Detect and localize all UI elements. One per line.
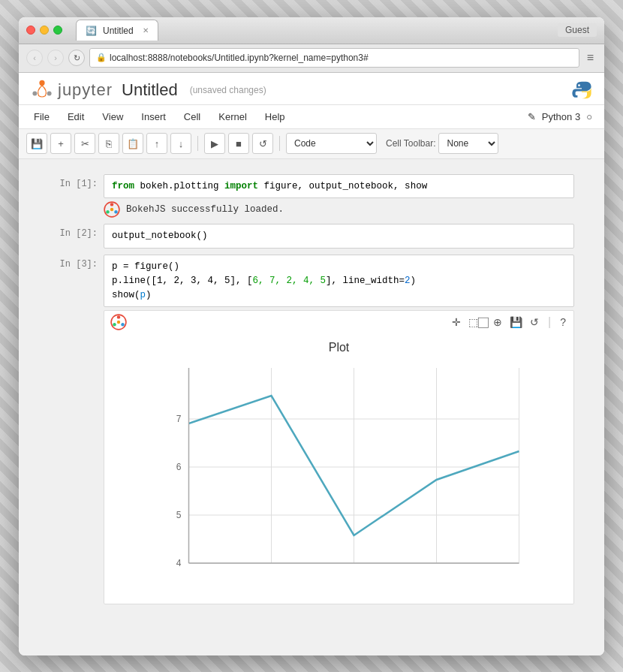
tab-favicon: 🔄 [86, 26, 97, 36]
pan-tool[interactable]: ✛ [450, 315, 462, 330]
code-line-2: p.line([1, 2, 3, 4, 5], [6, 7, 2, 4, 5],… [112, 274, 566, 288]
tab-bar: 🔄 Untitled ✕ [76, 20, 552, 41]
python-badge [571, 80, 592, 101]
svg-point-0 [39, 80, 44, 85]
python-icon [571, 80, 592, 101]
bokeh-logo-icon-2 [110, 314, 127, 330]
save-tool[interactable]: 💾 [508, 315, 524, 330]
url-input[interactable]: 🔒 localhost:8888/notebooks/Untitled.ipyn… [89, 48, 579, 68]
maximize-button[interactable] [53, 26, 62, 35]
move-down-button[interactable]: ↓ [170, 133, 191, 154]
jupyter-logo-icon [31, 79, 53, 101]
svg-point-14 [117, 321, 120, 324]
code-line-3: show(p) [112, 288, 566, 303]
cell-type-select[interactable]: Code Markdown Raw NBConvert [286, 133, 377, 154]
jupyter-header: jupyter Untitled (unsaved changes) [19, 73, 604, 105]
svg-point-11 [117, 315, 120, 318]
toolbar-separator-2 [279, 136, 280, 151]
menu-view[interactable]: View [99, 110, 126, 124]
menu-kernel[interactable]: Kernel [215, 110, 250, 124]
plot-svg: 4 5 6 7 [112, 360, 566, 593]
cell-toolbar-select[interactable]: None [438, 133, 498, 154]
svg-point-1 [47, 91, 52, 95]
lock-icon: 🔒 [96, 53, 107, 63]
cell-3-input[interactable]: p = figure() p.line([1, 2, 3, 4, 5], [6,… [104, 255, 574, 307]
cell-3: In [3]: p = figure() p.line([1, 2, 3, 4,… [49, 255, 574, 604]
cut-button[interactable]: ✂ [74, 133, 95, 154]
toolbar-separator-1 [197, 136, 198, 151]
cell-1-label: In [1]: [49, 174, 98, 189]
paste-button[interactable]: 📋 [122, 133, 143, 154]
cell-2-label: In [2]: [49, 224, 98, 239]
menu-cell[interactable]: Cell [181, 110, 203, 124]
menu-insert[interactable]: Insert [138, 110, 169, 124]
interrupt-button[interactable]: ■ [228, 133, 249, 154]
code-keyword-import: import [224, 181, 258, 191]
menu-help[interactable]: Help [262, 110, 288, 124]
tab-close-button[interactable]: ✕ [143, 26, 149, 35]
forward-button[interactable]: › [47, 50, 64, 66]
help-tool[interactable]: ? [558, 315, 567, 330]
add-cell-button[interactable]: + [50, 133, 71, 154]
tool-separator: | [548, 315, 551, 329]
svg-point-7 [114, 210, 117, 213]
refresh-button[interactable]: ↻ [68, 50, 85, 66]
edit-icon: ✎ [528, 111, 536, 122]
code-imports: figure, output_notebook, show [264, 181, 428, 191]
notebook-title[interactable]: Untitled [122, 80, 178, 100]
url-text: localhost:8888/notebooks/Untitled.ipynb?… [110, 53, 369, 63]
reset-tool[interactable]: ↺ [528, 315, 540, 330]
box-zoom-tool[interactable]: ⃞ [484, 315, 487, 330]
move-up-button[interactable]: ↑ [146, 133, 167, 154]
menu-icon[interactable]: ≡ [584, 51, 597, 65]
svg-point-4 [583, 93, 585, 95]
svg-point-3 [578, 84, 580, 86]
kernel-status-icon: ○ [586, 111, 592, 122]
box-select-tool[interactable]: ⬚ [467, 315, 480, 330]
kernel-name: Python 3 [542, 111, 580, 122]
svg-text:4: 4 [176, 558, 182, 568]
svg-text:7: 7 [176, 414, 182, 424]
plot-container: ✛ ⬚ ⃞ ⊕ 💾 ↺ | ? Plot [104, 310, 574, 604]
code-keyword-from: from [112, 181, 134, 191]
close-button[interactable] [26, 26, 35, 35]
svg-text:6: 6 [176, 462, 182, 472]
restart-button[interactable]: ↺ [252, 133, 273, 154]
cell-3-label: In [3]: [49, 255, 98, 270]
jupyter-name: jupyter [58, 80, 113, 100]
jupyter-logo: jupyter [31, 79, 113, 101]
unsaved-label: (unsaved changes) [190, 85, 266, 95]
cell-1-output-text: BokehJS successfully loaded. [126, 204, 284, 215]
cell-2-input[interactable]: output_notebook() [104, 224, 574, 249]
plot-title: Plot [112, 341, 566, 354]
svg-point-2 [32, 91, 37, 95]
menu-bar: File Edit View Insert Cell Kernel Help ✎… [19, 105, 604, 129]
notebook-content: In [1]: from bokeh.plotting import figur… [19, 159, 604, 655]
menu-edit[interactable]: Edit [65, 110, 87, 124]
back-button[interactable]: ‹ [26, 50, 43, 66]
traffic-lights [26, 26, 62, 35]
svg-point-13 [113, 323, 116, 326]
code-output-notebook: output_notebook() [112, 231, 208, 241]
svg-text:5: 5 [176, 510, 182, 520]
cell-1-output: BokehJS successfully loaded. [104, 201, 574, 218]
wheel-zoom-tool[interactable]: ⊕ [492, 315, 504, 330]
title-bar: 🔄 Untitled ✕ Guest [19, 17, 604, 44]
browser-tab[interactable]: 🔄 Untitled ✕ [76, 20, 158, 41]
copy-button[interactable]: ⎘ [98, 133, 119, 154]
code-line-1: p = figure() [112, 260, 566, 274]
toolbar: 💾 + ✂ ⎘ 📋 ↑ ↓ ▶ ■ ↺ Code Markdown Raw NB… [19, 129, 604, 159]
minimize-button[interactable] [40, 26, 49, 35]
svg-point-8 [106, 210, 109, 213]
address-bar: ‹ › ↻ 🔒 localhost:8888/notebooks/Untitle… [19, 44, 604, 73]
save-button[interactable]: 💾 [26, 133, 47, 154]
svg-point-6 [110, 203, 113, 206]
run-button[interactable]: ▶ [204, 133, 225, 154]
cell-1-input[interactable]: from bokeh.plotting import figure, outpu… [104, 174, 574, 199]
cell-2: In [2]: output_notebook() [49, 224, 574, 249]
svg-point-9 [110, 208, 113, 211]
menu-file[interactable]: File [31, 110, 53, 124]
guest-badge: Guest [558, 23, 597, 37]
plot-area: Plot [104, 333, 573, 604]
tab-title: Untitled [103, 26, 134, 36]
